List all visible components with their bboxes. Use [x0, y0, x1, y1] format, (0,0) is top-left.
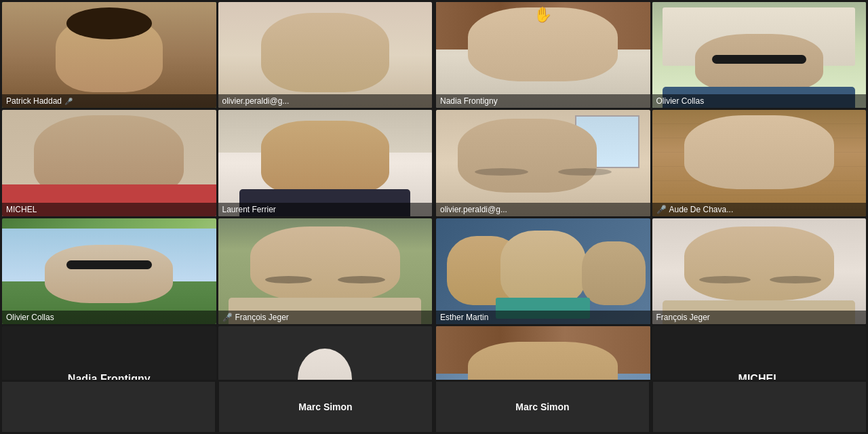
- label-esther-martin: Esther Martin: [436, 311, 650, 324]
- name-marc-simon-left: Marc Simon: [298, 401, 352, 412]
- mute-icon-aude-right: 🎤: [656, 205, 667, 214]
- name-michel: MICHEL: [6, 205, 37, 214]
- tile-olivier-peraldi-right: olivier.peraldi@g...: [436, 110, 650, 216]
- tile-michel: MICHEL: [2, 110, 216, 216]
- tile-patrick-haddad: Patrick Haddad 🎤: [2, 2, 216, 108]
- label-olivier-peraldi-1: olivier.peraldi@g...: [218, 94, 433, 108]
- name-laurent-ferrier-1: Laurent Ferrier: [222, 205, 276, 214]
- tile-olivier-peraldi-1: olivier.peraldi@g...: [218, 2, 433, 108]
- hand-raise-icon: ✋: [534, 6, 552, 24]
- name-marc-simon-right: Marc Simon: [515, 401, 569, 412]
- name-olivier-peraldi-1: olivier.peraldi@g...: [222, 96, 290, 106]
- mute-icon-francois-jeger-left: 🎤: [222, 313, 233, 322]
- name-patrick-haddad: Patrick Haddad: [6, 96, 62, 106]
- name-olivier-collas-left: Olivier Collas: [6, 313, 54, 322]
- label-francois-jeger-right: François Jeger: [652, 311, 867, 324]
- tile-francois-jeger-right: François Jeger: [652, 218, 867, 324]
- label-olivier-collas-right: Olivier Collas: [652, 94, 867, 108]
- label-aude-de-chava-right: 🎤 Aude De Chava...: [652, 203, 867, 216]
- tile-aude-de-chava-right: 🎤 Aude De Chava...: [652, 110, 867, 216]
- label-michel: MICHEL: [2, 203, 216, 216]
- tile-francois-jeger-left: 🎤 François Jeger: [218, 218, 433, 324]
- mic-icon: 🎤: [64, 98, 73, 105]
- name-olivier-peraldi-right: olivier.peraldi@g...: [440, 205, 507, 214]
- label-francois-jeger-left: 🎤 François Jeger: [218, 311, 433, 324]
- tile-nadia-frontigny-right: ✋ Nadia Frontigny: [436, 2, 650, 108]
- name-francois-jeger-right: François Jeger: [656, 313, 710, 322]
- name-esther-martin: Esther Martin: [440, 313, 488, 322]
- label-olivier-collas-left: Olivier Collas: [2, 311, 216, 324]
- name-olivier-collas-right: Olivier Collas: [656, 96, 705, 106]
- tile-esther-martin: Esther Martin: [436, 218, 650, 324]
- tile-olivier-collas-right: Olivier Collas: [652, 2, 867, 108]
- name-aude-de-chava-right: Aude De Chava...: [669, 205, 734, 214]
- name-nadia-frontigny-right: Nadia Frontigny: [440, 96, 498, 106]
- name-francois-jeger-left: François Jeger: [235, 313, 289, 322]
- label-nadia-frontigny-right: Nadia Frontigny: [436, 94, 650, 108]
- label-olivier-peraldi-right: olivier.peraldi@g...: [436, 203, 650, 216]
- label-laurent-ferrier-1: Laurent Ferrier: [218, 203, 433, 216]
- label-patrick-haddad: Patrick Haddad 🎤: [2, 94, 216, 108]
- tile-olivier-collas-left: Olivier Collas: [2, 218, 216, 324]
- tile-laurent-ferrier-1: Laurent Ferrier: [218, 110, 433, 216]
